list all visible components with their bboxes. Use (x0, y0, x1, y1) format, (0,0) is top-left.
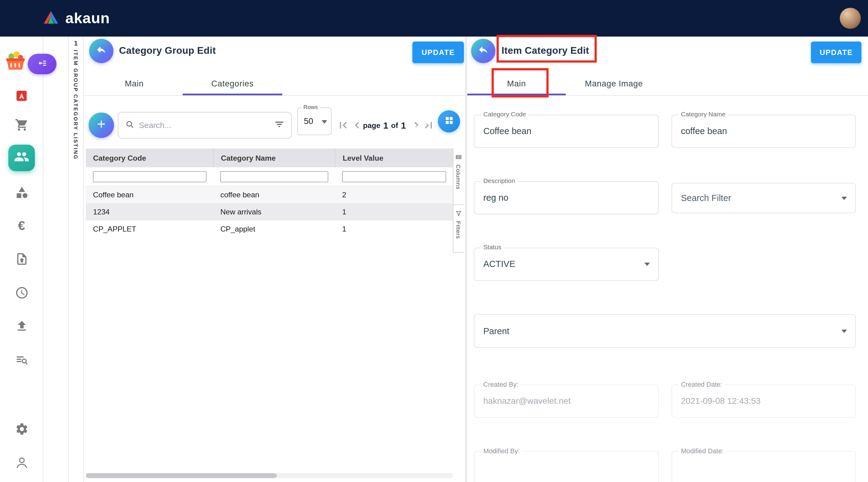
cell-level-value: 1 (335, 208, 453, 216)
category-name-field[interactable]: Category Name coffee bean (672, 115, 856, 148)
sidebar-item-selected[interactable] (8, 144, 35, 171)
search-filter-label: Search Filter (681, 193, 731, 203)
category-code-field[interactable]: Category Code Coffee bean (474, 115, 659, 148)
akaun-logo-icon (42, 9, 60, 27)
horizontal-scrollbar (86, 473, 453, 478)
back-arrow-icon (478, 44, 489, 58)
columns-toggle[interactable]: Columns (453, 148, 464, 205)
next-page-button[interactable] (410, 118, 423, 132)
description-value: reg no (483, 193, 508, 203)
search-box (118, 112, 292, 138)
created-by-value: haknazar@wavelet.net (483, 396, 570, 406)
filter-input-category-code[interactable] (93, 171, 207, 182)
filters-label: Filters (455, 221, 462, 239)
page-total: 1 (401, 120, 406, 131)
filters-toggle[interactable]: Filters (453, 205, 464, 252)
euro-icon[interactable]: € (14, 218, 29, 233)
filter-list-icon[interactable] (274, 119, 284, 132)
cell-category-name: coffee bean (213, 191, 335, 199)
columns-icon (455, 153, 462, 163)
created-by-label: Created By: (481, 380, 520, 388)
first-page-button[interactable] (337, 118, 350, 132)
page-current: 1 (383, 120, 388, 131)
gear-icon[interactable] (14, 422, 29, 436)
tab-main[interactable]: Main (86, 71, 183, 95)
file-upload-icon[interactable] (14, 251, 29, 266)
modified-by-label: Modified By: (481, 447, 522, 455)
table-row[interactable]: Coffee bean coffee bean 2 (86, 186, 453, 203)
tabs-divider (467, 95, 868, 96)
page-title: Category Group Edit (119, 45, 216, 57)
profile-icon[interactable] (14, 455, 29, 470)
back-button[interactable] (471, 39, 496, 63)
nav-strip-index: 1 (69, 39, 83, 47)
update-button[interactable]: UPDATE (811, 41, 861, 63)
cell-category-code: 1234 (86, 208, 213, 216)
tab-manage-image[interactable]: Manage Image (566, 71, 662, 95)
categories-table: Category Code Category Name Level Value … (86, 148, 453, 238)
category-name-label: Category Name (679, 111, 728, 118)
back-button[interactable] (89, 39, 114, 63)
upload-icon[interactable] (14, 319, 29, 333)
cell-level-value: 2 (335, 191, 453, 199)
column-header-category-name[interactable]: Category Name (213, 148, 335, 167)
groceries-icon[interactable] (3, 49, 28, 74)
brand[interactable]: akaun (42, 9, 110, 27)
column-header-category-code[interactable]: Category Code (86, 148, 213, 167)
chevron-down-icon (841, 329, 847, 333)
parent-select[interactable]: Parent (474, 314, 856, 348)
topbar: akaun (0, 0, 868, 37)
search-input[interactable] (139, 121, 270, 130)
update-button[interactable]: UPDATE (412, 41, 464, 63)
nav-strip: 1 ITEM GROUP CATEGORY LISTING (68, 37, 84, 482)
avatar[interactable] (840, 8, 861, 29)
table-row[interactable]: CP_APPLET CP_applet 1 (86, 221, 453, 238)
table-row[interactable]: 1234 New arrivals 1 (86, 203, 453, 221)
pdf-icon[interactable] (14, 89, 29, 103)
modified-date-field: Modified Date: (672, 451, 856, 482)
category-group-edit-panel: Category Group Edit UPDATE Main Categori… (84, 37, 465, 482)
tab-categories[interactable]: Categories (183, 71, 282, 95)
pagination-status: page 1 of 1 (361, 118, 408, 132)
rows-label: Rows (302, 104, 320, 110)
created-by-field: Created By: haknazar@wavelet.net (474, 385, 659, 418)
search-list-icon[interactable] (14, 352, 29, 367)
scrollbar-thumb[interactable] (86, 473, 277, 478)
rows-value: 50 (304, 116, 313, 126)
status-select[interactable]: Status ACTIVE (474, 248, 659, 281)
panel-divider (465, 37, 467, 482)
grid-view-button[interactable] (438, 110, 460, 133)
category-name-value: coffee bean (681, 126, 727, 137)
menu-open-icon (36, 57, 48, 71)
category-code-value: Coffee bean (483, 126, 531, 137)
cell-category-name: CP_applet (213, 225, 335, 233)
app-window: akaun (0, 0, 868, 482)
description-field[interactable]: Description reg no (474, 181, 659, 215)
last-page-button[interactable] (422, 118, 435, 132)
cart-icon[interactable] (14, 118, 29, 132)
plus-icon (95, 118, 107, 132)
cell-category-code: Coffee bean (86, 191, 213, 199)
tab-main[interactable]: Main (467, 71, 566, 95)
search-icon (125, 119, 134, 131)
table-side-strip: Columns Filters (453, 148, 464, 253)
chevron-down-icon (322, 120, 327, 124)
rows-per-page-select[interactable]: Rows 50 (297, 108, 332, 135)
filter-input-level-value[interactable] (342, 171, 446, 182)
item-category-edit-panel: Item Category Edit UPDATE Main Manage Im… (467, 37, 868, 482)
description-label: Description (481, 177, 517, 184)
nav-strip-label: ITEM GROUP CATEGORY LISTING (73, 50, 79, 160)
category-code-label: Category Code (481, 111, 528, 118)
search-filter-select[interactable]: Search Filter (672, 183, 856, 214)
brand-name: akaun (65, 10, 110, 27)
chevron-down-icon (644, 263, 650, 266)
category-shapes-icon[interactable] (14, 185, 29, 199)
column-header-level-value[interactable]: Level Value (335, 148, 453, 167)
add-button[interactable] (89, 112, 114, 138)
filter-input-category-name[interactable] (220, 171, 329, 182)
cell-category-code: CP_APPLET (86, 225, 213, 233)
chevron-down-icon (841, 196, 847, 200)
table-header-row: Category Code Category Name Level Value (86, 148, 453, 167)
sidebar-toggle-button[interactable] (28, 54, 57, 74)
history-clock-icon[interactable] (14, 285, 29, 300)
